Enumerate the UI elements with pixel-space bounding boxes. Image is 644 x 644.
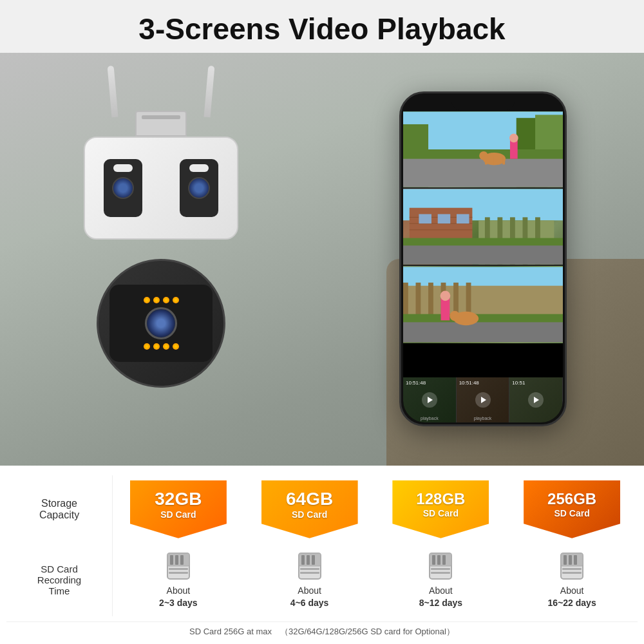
badge-32gb: 32GB SD Card: [130, 480, 227, 538]
led-2: [153, 297, 160, 303]
badge-shape-128gb: 128GB SD Card: [392, 480, 489, 538]
playback-label-1: playback: [421, 416, 439, 421]
badge-64gb: 64GB SD Card: [261, 480, 358, 538]
badge-type-256gb: SD Card: [554, 508, 590, 518]
badge-shape-32gb: 32GB SD Card: [130, 480, 227, 538]
sd-card-icon-2: [294, 550, 326, 582]
led-row-bottom: [144, 343, 179, 350]
svg-rect-47: [175, 555, 178, 565]
header: 3-Screens Video Playback: [0, 0, 644, 53]
main-lens-housing: [109, 285, 213, 362]
svg-rect-56: [300, 568, 319, 570]
sd-time-text-32gb: About 2~3 days: [159, 585, 198, 610]
playback-btn-2[interactable]: [475, 392, 491, 408]
svg-rect-12: [502, 157, 505, 165]
svg-rect-68: [569, 555, 572, 565]
sd-time-64gb: About 4~6 days: [244, 544, 375, 616]
svg-rect-53: [301, 555, 305, 565]
svg-rect-50: [169, 572, 188, 574]
left-lens-light: [113, 164, 133, 172]
svg-rect-55: [312, 555, 315, 565]
play-icon-2: [481, 397, 486, 403]
svg-rect-71: [562, 572, 582, 574]
play-icon-3: [534, 397, 539, 403]
capacity-64gb: 64GB SD Card: [244, 475, 375, 544]
capacity-128gb: 128GB SD Card: [375, 475, 507, 544]
top-camera-unit: [84, 137, 238, 240]
left-lens: [104, 159, 142, 217]
svg-rect-13: [485, 157, 488, 165]
led-3: [163, 297, 169, 303]
camera-side: [0, 53, 322, 466]
svg-rect-54: [307, 555, 310, 565]
main-camera-unit: [97, 259, 225, 388]
led-6: [153, 343, 160, 350]
led-8: [173, 343, 179, 350]
sd-icon-svg-4: [556, 550, 588, 582]
playback-time-3: 10:51: [512, 380, 525, 386]
svg-rect-46: [170, 555, 173, 565]
svg-point-7: [509, 134, 518, 143]
svg-rect-63: [431, 568, 450, 570]
playback-time-1: 10:51:48: [406, 380, 426, 386]
sd-time-text-256gb: About 16~22 days: [548, 585, 596, 610]
svg-rect-57: [300, 572, 319, 574]
badge-size-64gb: 64GB: [286, 489, 333, 509]
svg-rect-29: [403, 238, 563, 246]
bottom-table: Storage Capacity 32GB SD Card 64GB SD Ca…: [0, 466, 644, 644]
svg-rect-70: [562, 568, 582, 570]
page-title: 3-Screens Video Playback: [0, 12, 644, 46]
antenna-right: [204, 66, 215, 118]
video-feed-1: [403, 111, 563, 189]
sd-card-icon-3: [424, 550, 457, 582]
svg-rect-64: [431, 572, 450, 574]
svg-rect-6: [510, 140, 518, 159]
antenna-left: [108, 66, 118, 118]
playback-time-2: 10:51:48: [459, 380, 479, 386]
phone-notch: [451, 93, 515, 111]
storage-capacity-label: Storage Capacity: [6, 475, 113, 544]
play-icon-1: [428, 397, 433, 403]
svg-rect-21: [457, 214, 469, 224]
sd-card-icon-4: [556, 550, 588, 582]
sd-icon-svg-1: [162, 550, 194, 582]
led-row-top: [144, 297, 179, 303]
badge-size-32gb: 32GB: [155, 489, 202, 509]
mount-bracket: [135, 111, 187, 137]
svg-rect-40: [441, 299, 450, 321]
badge-shape-256gb: 256GB SD Card: [524, 480, 620, 538]
video-feed-3: [403, 266, 563, 343]
svg-rect-10: [491, 157, 494, 165]
playback-thumb-1: 10:51:48 playback: [403, 377, 457, 422]
camera-body: [77, 124, 245, 394]
playback-label-2: playback: [474, 416, 492, 421]
badge-128gb: 128GB SD Card: [392, 480, 489, 538]
sd-time-32gb: About 2~3 days: [113, 544, 244, 616]
table-grid: Storage Capacity 32GB SD Card 64GB SD Ca…: [6, 475, 638, 616]
playback-thumb-2: 10:51:48 playback: [457, 377, 510, 422]
badge-type-64gb: SD Card: [292, 509, 327, 520]
phone-frame: 10:51:48 playback 10:51:48: [399, 91, 567, 426]
svg-rect-69: [574, 555, 577, 565]
sd-time-text-128gb: About 8~12 days: [419, 585, 462, 610]
sd-time-256gb: About 16~22 days: [506, 544, 638, 616]
playback-thumb-3: 10:51: [509, 377, 563, 422]
svg-rect-20: [438, 214, 451, 224]
svg-rect-48: [180, 555, 184, 565]
sd-icon-svg-3: [424, 550, 457, 582]
right-lens-light: [189, 164, 209, 172]
svg-rect-67: [564, 555, 567, 565]
right-lens: [180, 159, 218, 217]
svg-rect-4: [403, 156, 563, 187]
sd-time-128gb: About 8~12 days: [375, 544, 507, 616]
capacity-256gb: 256GB SD Card: [506, 475, 638, 544]
video-feed-2: [403, 189, 563, 266]
sd-time-text-64gb: About 4~6 days: [290, 585, 329, 610]
sd-recording-label: SD Card Recording Time: [6, 544, 113, 616]
led-1: [144, 297, 150, 303]
svg-rect-62: [442, 555, 446, 565]
svg-rect-19: [419, 214, 431, 224]
badge-shape-64gb: 64GB SD Card: [261, 480, 358, 538]
video-scene-2: [403, 189, 563, 265]
svg-rect-61: [437, 555, 440, 565]
